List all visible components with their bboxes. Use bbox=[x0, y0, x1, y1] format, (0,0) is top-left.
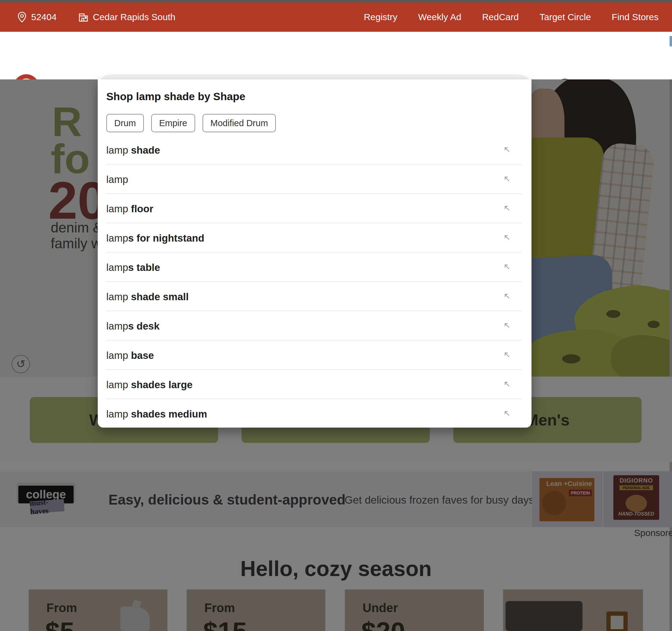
utility-link-find-stores[interactable]: Find Stores bbox=[612, 12, 658, 22]
suggestion-text: lamp bbox=[106, 174, 128, 186]
suggestion-row[interactable]: lamps for nightstand bbox=[98, 223, 531, 252]
suggestions-heading: Shop lamp shade by Shape bbox=[106, 90, 245, 103]
fill-query-arrow-icon[interactable] bbox=[503, 233, 511, 241]
fill-query-arrow-icon[interactable] bbox=[503, 350, 511, 359]
suggestion-text: lamp shade bbox=[106, 144, 160, 156]
suggestion-row[interactable]: lamp shades large bbox=[98, 369, 531, 399]
utility-links: RegistryWeekly AdRedCardTarget CircleFin… bbox=[364, 2, 658, 32]
suggestion-text: lamp shades medium bbox=[106, 408, 207, 420]
suggestion-text: lamp shades large bbox=[106, 379, 192, 391]
suggestion-row[interactable]: lamp shades medium bbox=[98, 399, 531, 428]
suggestion-text: lamp base bbox=[106, 350, 154, 361]
utility-link-target-circle[interactable]: Target Circle bbox=[539, 12, 591, 22]
utility-link-redcard[interactable]: RedCard bbox=[482, 12, 519, 22]
store-building-icon bbox=[78, 11, 89, 23]
fill-query-arrow-icon[interactable] bbox=[503, 409, 511, 417]
suggestion-row[interactable]: lamps desk bbox=[98, 311, 531, 340]
suggestion-row[interactable]: lamp base bbox=[98, 340, 531, 369]
target-homepage: 52404 Cedar Rapids South RegistryWeekly … bbox=[0, 0, 672, 631]
suggestion-row[interactable]: lamps table bbox=[98, 252, 531, 282]
fill-query-arrow-icon[interactable] bbox=[503, 145, 511, 153]
suggestion-list: lamp shadelamplamp floorlamps for nights… bbox=[98, 135, 531, 428]
suggestion-row[interactable]: lamp shade bbox=[98, 135, 531, 164]
store-location-zip[interactable]: 52404 bbox=[17, 2, 56, 32]
suggestion-row[interactable]: lamp floor bbox=[98, 194, 531, 223]
fill-query-arrow-icon[interactable] bbox=[503, 204, 511, 212]
store-name-label: Cedar Rapids South bbox=[93, 12, 175, 22]
utility-link-weekly-ad[interactable]: Weekly Ad bbox=[418, 12, 461, 22]
suggestion-text: lamps desk bbox=[106, 320, 160, 332]
fill-query-arrow-icon[interactable] bbox=[503, 380, 511, 388]
suggestion-text: lamps for nightstand bbox=[106, 233, 205, 244]
fill-query-arrow-icon[interactable] bbox=[503, 175, 511, 183]
search-suggestions-panel: Shop lamp shade by Shape DrumEmpireModif… bbox=[98, 79, 531, 428]
fill-query-arrow-icon[interactable] bbox=[503, 263, 511, 271]
shape-chip-drum[interactable]: Drum bbox=[106, 114, 144, 132]
suggestion-text: lamp shade small bbox=[106, 291, 189, 303]
location-pin-icon bbox=[17, 11, 27, 23]
suggestion-text: lamps table bbox=[106, 262, 160, 273]
utility-bar: 52404 Cedar Rapids South RegistryWeekly … bbox=[0, 2, 672, 32]
window-edge-strip bbox=[0, 0, 672, 2]
shape-chip-empire[interactable]: Empire bbox=[151, 114, 195, 132]
suggestion-text: lamp floor bbox=[106, 203, 153, 215]
suggestion-row[interactable]: lamp bbox=[98, 164, 531, 194]
utility-link-registry[interactable]: Registry bbox=[364, 12, 398, 22]
page-edge-sliver bbox=[670, 36, 672, 46]
suggestion-row[interactable]: lamp shade small bbox=[98, 282, 531, 311]
fill-query-arrow-icon[interactable] bbox=[503, 321, 511, 329]
shape-chip-row: DrumEmpireModified Drum bbox=[106, 114, 276, 132]
store-selector[interactable]: Cedar Rapids South bbox=[78, 2, 175, 32]
main-header: ✕ Sign in bbox=[0, 32, 672, 79]
shape-chip-modified-drum[interactable]: Modified Drum bbox=[202, 114, 276, 132]
zip-label: 52404 bbox=[31, 12, 56, 22]
fill-query-arrow-icon[interactable] bbox=[503, 292, 511, 300]
